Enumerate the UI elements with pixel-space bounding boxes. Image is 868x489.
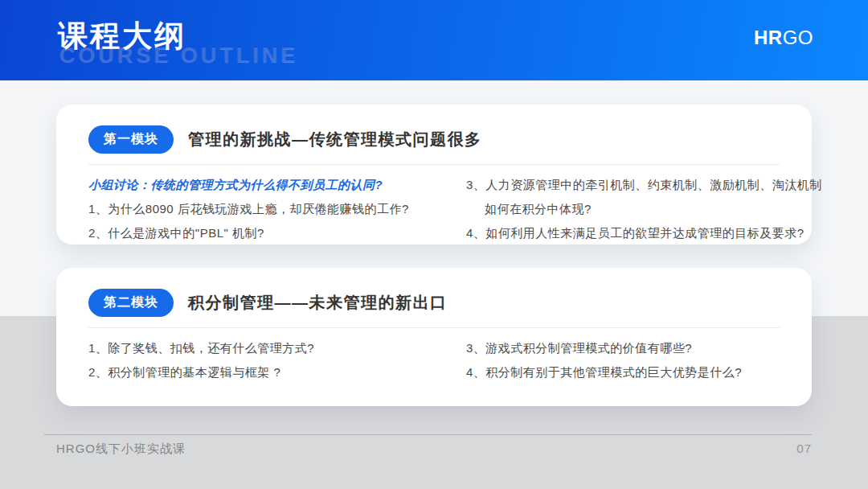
list-item-continuation: 如何在积分中体现? [466,197,822,221]
module-1-title: 管理的新挑战—传统管理模式问题很多 [188,129,482,150]
logo-bold-part: HR [754,27,783,48]
hrgo-logo: HRGO [754,27,813,49]
list-item: 3、人力资源管理中的牵引机制、约束机制、激励机制、淘汰机制 [466,173,822,197]
list-item: 3、游戏式积分制管理模式的价值有哪些? [466,336,780,360]
list-item: 2、什么是游戏中的"PBL" 机制? [88,221,466,245]
list-item: 1、为什么8090 后花钱玩游戏上瘾，却厌倦能赚钱的工作? [88,197,466,221]
page-number: 07 [796,442,812,455]
logo-light-part: GO [783,27,813,48]
module-1-divider [88,164,780,165]
module-1-body: 小组讨论：传统的管理方式为什么得不到员工的认同? 1、为什么8090 后花钱玩游… [88,173,780,245]
page-title: 课程大纲 [58,16,186,56]
module-2-title: 积分制管理——未来管理的新出口 [188,292,448,314]
module-1-discussion-question: 小组讨论：传统的管理方式为什么得不到员工的认同? [88,173,466,197]
module-2-badge: 第二模块 [88,289,174,317]
course-outline-slide: COURSE OUTLINE 课程大纲 HRGO 第一模块 管理的新挑战—传统管… [0,0,868,489]
list-item: 2、积分制管理的基本逻辑与框架 ? [88,360,466,384]
module-2-header: 第二模块 积分制管理——未来管理的新出口 [88,289,780,317]
module-1-right-column: 3、人力资源管理中的牵引机制、约束机制、激励机制、淘汰机制 如何在积分中体现? … [466,173,822,245]
list-item: 4、积分制有别于其他管理模式的巨大优势是什么? [466,360,780,384]
module-1-header: 第一模块 管理的新挑战—传统管理模式问题很多 [88,125,780,154]
list-item: 4、如何利用人性来满足员工的欲望并达成管理的目标及要求? [466,221,822,245]
module-1-left-column: 小组讨论：传统的管理方式为什么得不到员工的认同? 1、为什么8090 后花钱玩游… [88,173,466,245]
module-2-right-column: 3、游戏式积分制管理模式的价值有哪些? 4、积分制有别于其他管理模式的巨大优势是… [466,336,780,384]
module-2-left-column: 1、除了奖钱、扣钱，还有什么管理方式? 2、积分制管理的基本逻辑与框架 ? [88,336,466,384]
list-item: 1、除了奖钱、扣钱，还有什么管理方式? [88,336,466,360]
module-1-badge: 第一模块 [88,125,174,154]
slide-header: COURSE OUTLINE 课程大纲 HRGO [0,0,868,80]
footer-divider [44,434,812,435]
module-2-body: 1、除了奖钱、扣钱，还有什么管理方式? 2、积分制管理的基本逻辑与框架 ? 3、… [88,336,780,384]
footer-course-label: HRGO线下小班实战课 [56,442,186,457]
module-2-divider [88,327,780,328]
module-2-card: 第二模块 积分制管理——未来管理的新出口 1、除了奖钱、扣钱，还有什么管理方式?… [56,268,812,406]
module-1-card: 第一模块 管理的新挑战—传统管理模式问题很多 小组讨论：传统的管理方式为什么得不… [56,105,812,244]
